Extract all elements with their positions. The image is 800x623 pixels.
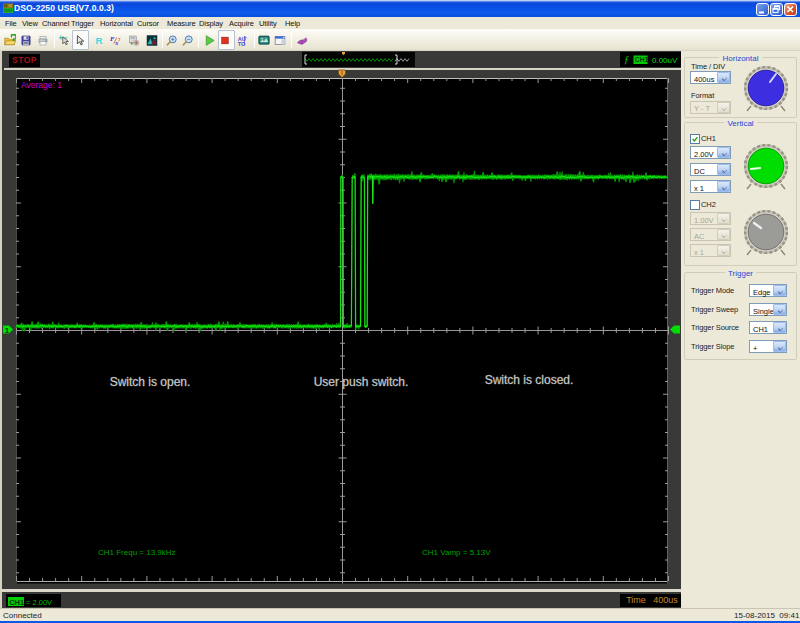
svg-text:R: R: [96, 35, 103, 46]
svg-text:F: F: [110, 35, 115, 42]
svg-text:Average: 1: Average: 1: [21, 80, 62, 90]
svg-text:Switch is open.: Switch is open.: [110, 375, 191, 389]
svg-text:CH1 Vamp = 5.13V: CH1 Vamp = 5.13V: [422, 548, 491, 557]
svg-text:Switch is closed.: Switch is closed.: [485, 373, 574, 387]
svg-text:z: z: [118, 37, 121, 42]
svg-text:User push switch.: User push switch.: [314, 375, 409, 389]
svg-text:CH1 Frequ = 13.9kHz: CH1 Frequ = 13.9kHz: [98, 548, 176, 557]
svg-text:CH1: CH1: [9, 598, 24, 607]
svg-text:= 2.00V: = 2.00V: [26, 598, 52, 607]
svg-text:1: 1: [5, 327, 9, 334]
